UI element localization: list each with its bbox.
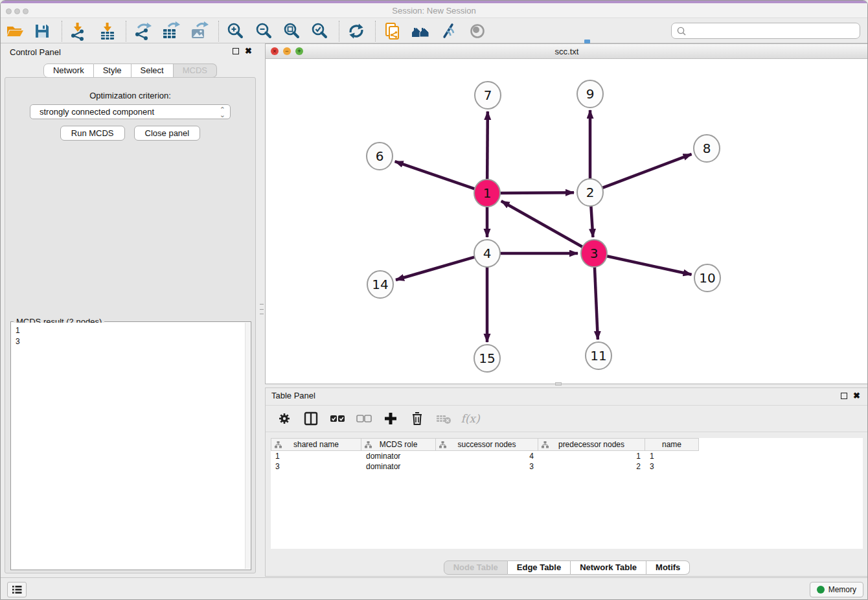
column-header-MCDS-role[interactable]: MCDS role bbox=[361, 438, 436, 451]
mcds-result-item[interactable]: 1 bbox=[16, 325, 245, 336]
table-cell[interactable]: 1 bbox=[271, 451, 361, 461]
edge-3-1[interactable] bbox=[501, 201, 584, 247]
deselect-all-icon[interactable] bbox=[356, 410, 372, 427]
control-panel-tabs: NetworkStyleSelectMCDS bbox=[1, 63, 260, 78]
show-eye-icon[interactable] bbox=[468, 21, 487, 41]
graph-node-1[interactable]: 1 bbox=[474, 179, 500, 207]
import-network-icon[interactable] bbox=[68, 21, 87, 41]
select-all-icon[interactable] bbox=[329, 410, 346, 427]
table-cell[interactable]: 3 bbox=[436, 461, 538, 472]
edge-1-2[interactable] bbox=[499, 192, 574, 193]
graph-node-7[interactable]: 7 bbox=[475, 82, 501, 109]
toolbar-separator bbox=[375, 21, 376, 41]
run-mcds-button[interactable]: Run MCDS bbox=[60, 126, 125, 141]
columns-icon[interactable] bbox=[303, 410, 319, 427]
vertical-splitter-handle[interactable] bbox=[260, 304, 264, 314]
mcds-result-item[interactable]: 3 bbox=[16, 336, 245, 347]
table-row[interactable]: 3dominator323 bbox=[271, 461, 699, 472]
column-header-name[interactable]: name bbox=[645, 438, 699, 451]
function-builder-icon[interactable]: f(x) bbox=[462, 410, 479, 427]
mcds-result-list[interactable]: 13 bbox=[12, 323, 245, 569]
zoom-fit-icon[interactable] bbox=[282, 21, 301, 41]
table-cell[interactable]: dominator bbox=[361, 461, 436, 472]
graph-node-4[interactable]: 4 bbox=[474, 240, 500, 267]
close-panel-icon[interactable]: ✖ bbox=[245, 48, 252, 54]
optimization-dropdown[interactable]: strongly connected component ⌃⌄ bbox=[30, 104, 231, 119]
close-panel-button[interactable]: Close panel bbox=[134, 126, 201, 141]
table-cell[interactable]: 2 bbox=[538, 461, 645, 472]
refresh-layout-icon[interactable] bbox=[347, 21, 366, 41]
cyndex-home-icon[interactable] bbox=[411, 21, 430, 41]
network-window-titlebar[interactable]: × − + scc.txt bbox=[266, 44, 868, 59]
node-table[interactable]: shared nameMCDS rolesuccessor nodesprede… bbox=[271, 438, 699, 472]
graph-node-15[interactable]: 15 bbox=[474, 345, 500, 372]
add-row-icon[interactable] bbox=[382, 410, 399, 427]
edge-2-3[interactable] bbox=[591, 205, 593, 237]
save-session-icon[interactable] bbox=[32, 21, 52, 41]
export-network-icon[interactable] bbox=[133, 21, 152, 41]
task-history-button[interactable] bbox=[7, 582, 27, 597]
edge-4-14[interactable] bbox=[396, 257, 475, 280]
table-cell[interactable]: 1 bbox=[645, 451, 699, 461]
search-field[interactable] bbox=[671, 23, 860, 39]
tab-network[interactable]: Network bbox=[43, 63, 94, 78]
close-table-panel-icon[interactable]: ✖ bbox=[853, 393, 860, 399]
float-table-panel-icon[interactable] bbox=[841, 393, 847, 399]
network-window-title: scc.txt bbox=[266, 47, 868, 56]
zoom-selected-icon[interactable] bbox=[310, 21, 329, 41]
table-cell[interactable]: 3 bbox=[645, 461, 699, 472]
column-header-shared-name[interactable]: shared name bbox=[271, 438, 361, 451]
tab-select[interactable]: Select bbox=[131, 63, 174, 78]
search-input[interactable] bbox=[687, 23, 860, 38]
table-cell[interactable]: 3 bbox=[271, 461, 361, 472]
graph-node-9[interactable]: 9 bbox=[577, 80, 603, 108]
open-file-icon[interactable] bbox=[5, 21, 25, 41]
gear-icon[interactable] bbox=[276, 410, 293, 427]
svg-text:15: 15 bbox=[479, 351, 495, 366]
tab-edge-table[interactable]: Edge Table bbox=[508, 560, 571, 575]
zoom-in-icon[interactable] bbox=[225, 21, 245, 41]
copy-network-icon[interactable] bbox=[383, 21, 402, 41]
tab-style[interactable]: Style bbox=[94, 63, 131, 78]
column-header-successor-nodes[interactable]: successor nodes bbox=[436, 438, 538, 451]
edge-3-10[interactable] bbox=[606, 256, 692, 275]
import-table-icon[interactable] bbox=[98, 21, 117, 41]
tab-network-table[interactable]: Network Table bbox=[571, 560, 646, 575]
graph-node-11[interactable]: 11 bbox=[586, 342, 611, 369]
graph-node-3[interactable]: 3 bbox=[581, 240, 607, 267]
graph-node-10[interactable]: 10 bbox=[694, 264, 720, 292]
edge-3-11[interactable] bbox=[595, 266, 598, 340]
svg-text:4: 4 bbox=[483, 246, 492, 261]
toolbar-separator bbox=[62, 21, 62, 41]
edge-1-7[interactable] bbox=[487, 111, 488, 181]
zoom-out-icon[interactable] bbox=[254, 21, 273, 41]
tab-node-table[interactable]: Node Table bbox=[444, 560, 508, 575]
toolbar-separator bbox=[339, 21, 339, 41]
network-canvas[interactable]: 7968124314101511 bbox=[266, 59, 868, 384]
graph-node-2[interactable]: 2 bbox=[577, 179, 603, 206]
column-header-predecessor-nodes[interactable]: predecessor nodes bbox=[538, 438, 645, 451]
graph-node-8[interactable]: 8 bbox=[694, 135, 720, 162]
export-image-icon[interactable] bbox=[189, 21, 209, 41]
delete-table-icon[interactable] bbox=[435, 410, 452, 427]
tab-motifs[interactable]: Motifs bbox=[646, 560, 690, 575]
tab-mcds[interactable]: MCDS bbox=[174, 63, 217, 78]
table-cell[interactable]: 1 bbox=[538, 451, 645, 461]
hide-details-icon[interactable] bbox=[439, 21, 458, 41]
result-scrollbar[interactable] bbox=[245, 323, 250, 569]
table-row[interactable]: 1dominator411 bbox=[271, 451, 699, 461]
control-panel: Control Panel ✖ NetworkStyleSelectMCDS O… bbox=[1, 43, 260, 577]
export-table-icon[interactable] bbox=[161, 21, 180, 41]
memory-button[interactable]: Memory bbox=[810, 582, 863, 597]
float-panel-icon[interactable] bbox=[233, 48, 239, 54]
graph-node-6[interactable]: 6 bbox=[367, 143, 393, 170]
horizontal-splitter-handle[interactable] bbox=[555, 382, 562, 386]
table-cell[interactable]: 4 bbox=[436, 451, 538, 461]
trash-icon[interactable] bbox=[409, 410, 426, 427]
graph-node-14[interactable]: 14 bbox=[367, 271, 393, 298]
main-toolbar bbox=[1, 17, 867, 43]
table-cell[interactable]: dominator bbox=[361, 451, 436, 461]
edge-1-6[interactable] bbox=[395, 161, 475, 189]
edge-2-8[interactable] bbox=[602, 154, 692, 188]
toolbar-drag-handle[interactable] bbox=[584, 40, 590, 43]
